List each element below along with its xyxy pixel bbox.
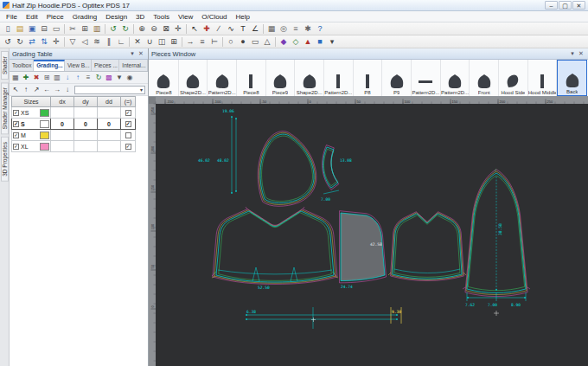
grade-dir-down-icon[interactable]: ↓ [62, 85, 73, 95]
dd-cell[interactable] [98, 141, 121, 152]
menu-3d[interactable]: 3D [131, 11, 149, 22]
help-icon[interactable]: ? [314, 23, 326, 35]
circle-tool-icon[interactable]: ○ [225, 36, 237, 48]
snap-icon[interactable]: ◎ [278, 23, 290, 35]
size-color-swatch[interactable] [40, 132, 49, 139]
dd-cell[interactable] [98, 107, 121, 119]
rotate-cw-icon[interactable]: ↻ [14, 36, 26, 48]
panel-menu-icon[interactable]: ▾ [568, 50, 577, 57]
seam-allowance-icon[interactable]: ◇ [290, 36, 302, 48]
size-color-swatch[interactable] [40, 143, 49, 151]
pleat-tool-icon[interactable]: ≋ [91, 36, 103, 48]
side-tab-shader[interactable]: Shader [1, 51, 9, 80]
side-tab-3d-properties[interactable]: 3D Properties [1, 137, 9, 182]
menu-edit[interactable]: Edit [22, 11, 42, 22]
stack-pieces-icon[interactable]: ≡ [196, 36, 208, 48]
tab-pieces[interactable]: Pieces ... [92, 60, 119, 71]
paste-icon[interactable]: ▥ [91, 23, 103, 35]
zoom-fit-icon[interactable]: ⊠ [160, 23, 172, 35]
line-tool-icon[interactable]: ∕ [213, 23, 225, 35]
tab-internal[interactable]: Internal... [119, 60, 148, 71]
size-color-swatch[interactable] [40, 109, 49, 117]
delete-size-icon[interactable]: ✖ [31, 73, 42, 83]
save-icon[interactable]: ▣ [26, 23, 38, 35]
align-tool-icon[interactable]: ⊢ [208, 36, 220, 48]
select-tool-icon[interactable]: ↖ [189, 23, 201, 35]
size-lock-checkbox[interactable] [125, 132, 131, 138]
paste-grading-icon[interactable]: ▥ [52, 73, 62, 83]
settings-icon[interactable]: ✱ [302, 23, 314, 35]
size-visible-checkbox[interactable]: ✓ [13, 121, 19, 127]
merge-piece-icon[interactable]: ∪ [144, 36, 156, 48]
dd-cell[interactable]: 0 [98, 119, 121, 130]
menu-tools[interactable]: Tools [149, 11, 174, 22]
dy-cell[interactable]: 0 [74, 119, 98, 130]
add-point-icon[interactable]: ✚ [201, 23, 213, 35]
piece-thumb-pattern2d-[interactable]: Pattern2D... [441, 60, 470, 96]
plot-icon[interactable]: ▭ [50, 23, 62, 35]
piece-thumb-p9[interactable]: P9 [382, 60, 412, 96]
fullness-icon[interactable]: ▲ [302, 36, 314, 48]
size-lock-checkbox[interactable]: ✓ [125, 121, 131, 127]
dd-cell[interactable] [98, 130, 121, 141]
maximize-button-icon[interactable]: ▢ [559, 1, 572, 10]
undo-icon[interactable]: ↺ [107, 23, 119, 35]
panel-menu-icon[interactable]: ▾ [128, 50, 137, 57]
zoom-out-icon[interactable]: ⊖ [148, 23, 160, 35]
mirror-piece-icon[interactable]: ◫ [156, 36, 168, 48]
equalize-icon[interactable]: ≡ [83, 73, 93, 83]
column-header-lock[interactable]: (=) [121, 96, 136, 107]
dx-cell[interactable] [51, 130, 74, 141]
grid-icon[interactable]: ▦ [265, 23, 278, 35]
flip-vertical-icon[interactable]: ⇅ [38, 36, 50, 48]
new-document-icon[interactable]: ▯ [2, 23, 14, 35]
duplicate-piece-icon[interactable]: ⊞ [168, 36, 180, 48]
piece-thumb-shape2d-[interactable]: Shape2D... [295, 60, 324, 96]
menu-ocloud[interactable]: O/Cloud [197, 11, 231, 22]
panel-close-icon[interactable]: ✕ [577, 50, 585, 57]
column-header-sizes[interactable]: Sizes [11, 96, 51, 107]
grading-row-m[interactable]: ✓M [11, 130, 148, 141]
grade-dir-right-icon[interactable]: → [52, 85, 62, 95]
cut-icon[interactable]: ✂ [67, 23, 79, 35]
measure-tool-icon[interactable]: ∠ [249, 23, 261, 35]
column-header-dd[interactable]: dd [98, 96, 121, 107]
menu-help[interactable]: Help [232, 11, 254, 22]
piece-thumb-front[interactable]: Front [470, 60, 499, 96]
grade-dir-up-icon[interactable]: ↑ [21, 85, 31, 95]
show-points-icon[interactable]: ◉ [125, 73, 135, 83]
filter-sizes-icon[interactable]: ▼ [114, 73, 125, 83]
dart-tool-icon[interactable]: ◁ [79, 36, 91, 48]
piece-thumb-shape2d-[interactable]: Shape2D... [179, 60, 208, 96]
corner-tool-icon[interactable]: ∟ [115, 36, 127, 48]
size-color-swatch[interactable] [40, 120, 49, 128]
design-canvas[interactable]: -150-100-50050100150200250 2502001501005… [149, 97, 588, 366]
tab-toolbox[interactable]: Toolbox [10, 60, 34, 71]
menu-file[interactable]: File [2, 11, 22, 22]
grading-row-s[interactable]: ✓S000✓ [11, 119, 148, 130]
piece-thumb-piece9[interactable]: Piece9 [266, 60, 296, 96]
copy-grading-icon[interactable]: ⊞ [42, 73, 52, 83]
piece-thumb-p8[interactable]: P8 [354, 60, 383, 96]
move-piece-icon[interactable]: ✛ [50, 36, 62, 48]
tab-viewb[interactable]: View B... [65, 60, 92, 71]
side-tab-shader-manager[interactable]: Shader Manager [1, 82, 9, 134]
menu-view[interactable]: View [174, 11, 197, 22]
menu-design[interactable]: Design [101, 11, 131, 22]
size-lock-checkbox[interactable]: ✓ [125, 144, 131, 150]
grading-filter-dropdown[interactable]: ▾ [74, 86, 145, 94]
curve-tool-icon[interactable]: ∿ [225, 23, 237, 35]
flip-horizontal-icon[interactable]: ⇄ [26, 36, 38, 48]
copy-icon[interactable]: ⊞ [79, 23, 91, 35]
piece-thumb-pattern2d-[interactable]: Pattern2D... [324, 60, 354, 96]
open-file-icon[interactable]: ▤ [14, 23, 26, 35]
zoom-in-icon[interactable]: ⊕ [136, 23, 148, 35]
polygon-tool-icon[interactable]: △ [261, 36, 273, 48]
column-header-dx[interactable]: dx [51, 96, 74, 107]
walk-pieces-icon[interactable]: → [184, 36, 196, 48]
piece-thumb-pattern2d-[interactable]: Pattern2D... [208, 60, 237, 96]
export-grading-icon[interactable]: ↑ [73, 73, 83, 83]
tab-grading[interactable]: Grading... [34, 60, 65, 71]
dy-cell[interactable] [74, 141, 98, 152]
rect-tool-icon[interactable]: ▭ [249, 36, 261, 48]
